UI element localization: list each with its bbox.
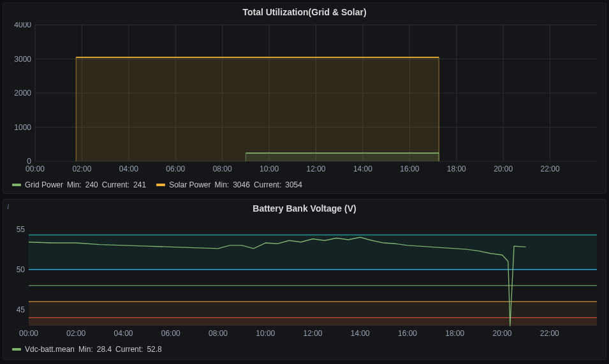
chart-2[interactable]: 45505500:0002:0004:0006:0008:0010:0012:0… — [10, 219, 599, 340]
legend-item-grid-power[interactable]: Grid Power Min: 240 Current: 241 — [12, 180, 146, 189]
legend-item-solar-power[interactable]: Solar Power Min: 3046 Current: 3054 — [156, 180, 302, 189]
legend-cur-label: Current: — [254, 180, 281, 189]
svg-text:02:00: 02:00 — [72, 164, 91, 173]
legend-1: Grid Power Min: 240 Current: 241 Solar P… — [3, 175, 606, 196]
legend-min-value: 28.4 — [97, 345, 112, 354]
svg-rect-38 — [29, 235, 597, 269]
swatch-grid — [12, 184, 21, 186]
svg-text:10:00: 10:00 — [256, 329, 275, 338]
legend-cur-value: 3054 — [285, 180, 302, 189]
svg-text:08:00: 08:00 — [209, 329, 228, 338]
svg-text:20:00: 20:00 — [494, 164, 513, 173]
legend-min-value: 3046 — [233, 180, 250, 189]
legend-item-vdc[interactable]: Vdc-batt.mean Min: 28.4 Current: 52.8 — [12, 345, 162, 354]
panel-title: Total Utilization(Grid & Solar) — [3, 3, 606, 20]
chart-1-svg[interactable]: 0100020003000400000:0002:0004:0006:0008:… — [10, 22, 601, 175]
legend-label: Vdc-batt.mean — [25, 345, 75, 354]
svg-text:06:00: 06:00 — [166, 164, 185, 173]
chart-2-svg[interactable]: 45505500:0002:0004:0006:0008:0010:0012:0… — [10, 219, 601, 340]
svg-text:04:00: 04:00 — [114, 329, 133, 338]
svg-text:20:00: 20:00 — [492, 329, 511, 338]
svg-text:00:00: 00:00 — [26, 164, 45, 173]
svg-text:14:00: 14:00 — [353, 164, 372, 173]
svg-text:06:00: 06:00 — [161, 329, 180, 338]
svg-text:2000: 2000 — [14, 89, 31, 98]
panel-total-utilization: Total Utilization(Grid & Solar) 01000200… — [3, 3, 606, 194]
legend-min-label: Min: — [215, 180, 230, 189]
svg-text:10:00: 10:00 — [260, 164, 279, 173]
svg-rect-40 — [29, 317, 597, 326]
svg-text:22:00: 22:00 — [540, 329, 559, 338]
svg-text:12:00: 12:00 — [303, 329, 322, 338]
svg-text:4000: 4000 — [14, 22, 31, 29]
svg-text:16:00: 16:00 — [400, 164, 419, 173]
svg-text:08:00: 08:00 — [213, 164, 232, 173]
legend-min-label: Min: — [78, 345, 93, 354]
legend-cur-label: Current: — [102, 180, 129, 189]
svg-text:45: 45 — [17, 305, 26, 314]
svg-text:18:00: 18:00 — [445, 329, 464, 338]
panel-battery-voltage: i Battery Bank Voltage (V) 45505500:0002… — [3, 199, 606, 360]
swatch-solar — [156, 184, 165, 186]
legend-label: Solar Power — [169, 180, 210, 189]
svg-text:50: 50 — [17, 265, 26, 274]
panel-title: Battery Bank Voltage (V) — [3, 200, 606, 216]
svg-text:1000: 1000 — [14, 123, 31, 132]
svg-text:00:00: 00:00 — [19, 329, 38, 338]
legend-min-value: 240 — [85, 180, 98, 189]
svg-text:3000: 3000 — [14, 55, 31, 64]
svg-text:55: 55 — [17, 225, 26, 234]
chart-1[interactable]: 0100020003000400000:0002:0004:0006:0008:… — [10, 22, 599, 175]
legend-2: Vdc-batt.mean Min: 28.4 Current: 52.8 — [3, 340, 606, 360]
svg-text:18:00: 18:00 — [447, 164, 466, 173]
svg-text:02:00: 02:00 — [66, 329, 85, 338]
svg-text:22:00: 22:00 — [541, 164, 560, 173]
legend-cur-label: Current: — [115, 345, 143, 354]
swatch-vdc — [12, 348, 21, 351]
svg-text:16:00: 16:00 — [398, 329, 417, 338]
svg-text:12:00: 12:00 — [306, 164, 325, 173]
legend-label: Grid Power — [25, 180, 63, 189]
info-icon[interactable]: i — [7, 202, 9, 212]
legend-cur-value: 52.8 — [147, 345, 161, 354]
legend-min-label: Min: — [67, 180, 82, 189]
svg-text:14:00: 14:00 — [351, 329, 370, 338]
legend-cur-value: 241 — [133, 180, 146, 189]
svg-text:04:00: 04:00 — [119, 164, 138, 173]
